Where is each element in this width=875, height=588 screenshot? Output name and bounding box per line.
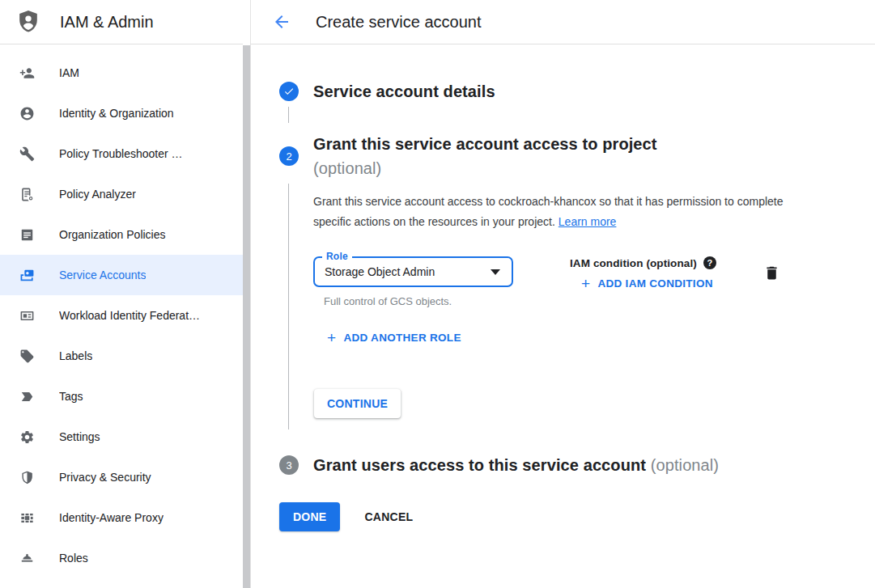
hat-icon: [19, 551, 35, 566]
step2-body-row: Grant this service account access to coc…: [279, 180, 847, 438]
service-account-icon: [19, 268, 35, 283]
sidebar-item-label: Identity-Aware Proxy: [59, 511, 164, 524]
sidebar-item-policy-troubleshooter[interactable]: Policy Troubleshooter …: [0, 133, 243, 174]
stepper-content: Service account details 2 Grant this ser…: [251, 44, 875, 588]
sidebar-item-organization-policies[interactable]: Organization Policies: [0, 214, 243, 255]
step1-title: Service account details: [313, 80, 495, 103]
step3-title: Grant users access to this service accou…: [313, 454, 719, 476]
done-button[interactable]: DONE: [279, 502, 340, 531]
tag-icon: [19, 349, 35, 364]
add-another-role-label: ADD ANOTHER ROLE: [343, 332, 461, 344]
step3-number-badge: 3: [279, 455, 299, 475]
policy-analyzer-icon: [19, 187, 35, 202]
gear-icon: [19, 429, 35, 445]
step2-indicator: 2: [279, 146, 313, 166]
sidebar-item-label: Labels: [59, 349, 92, 362]
sidebar-item-label: Privacy & Security: [59, 471, 151, 484]
role-field-wrap: Role Storage Object Admin Full control o…: [313, 256, 513, 307]
role-select[interactable]: Role Storage Object Admin: [313, 256, 513, 287]
cancel-button[interactable]: CANCEL: [364, 510, 413, 523]
trash-icon: [763, 270, 780, 284]
role-field-label: Role: [322, 251, 352, 262]
proxy-icon: [19, 510, 35, 526]
person-add-icon: [19, 66, 35, 81]
step2-number-badge: 2: [279, 146, 299, 166]
iam-condition-block: IAM condition (optional) ? + ADD IAM CON…: [570, 256, 716, 290]
iam-condition-label-row: IAM condition (optional) ?: [570, 256, 716, 269]
step-connector: [279, 103, 847, 127]
step3-title-text: Grant users access to this service accou…: [313, 456, 646, 474]
step1-complete-check-icon: [279, 82, 299, 101]
sidebar-item-identity-aware-proxy[interactable]: Identity-Aware Proxy: [0, 497, 243, 538]
sidebar: IAM & Admin IAM Identity & Organization …: [0, 0, 243, 588]
scrollbar-thumb[interactable]: [243, 45, 250, 588]
sidebar-item-roles[interactable]: Roles: [0, 538, 243, 578]
dropdown-caret-icon: [491, 269, 500, 275]
step2-description-text: Grant this service account access to coc…: [313, 195, 784, 228]
step2-body: Grant this service account access to coc…: [313, 180, 847, 438]
sidebar-nav: IAM Identity & Organization Policy Troub…: [0, 44, 243, 578]
sidebar-item-label: Tags: [59, 390, 83, 403]
sidebar-item-service-accounts[interactable]: Service Accounts: [0, 255, 243, 295]
step1-header: Service account details: [279, 80, 847, 103]
page-header: Create service account: [251, 0, 875, 44]
sidebar-item-label: Settings: [59, 430, 100, 443]
sidebar-item-label: Policy Troubleshooter …: [59, 147, 183, 160]
sidebar-item-identity-organization[interactable]: Identity & Organization: [0, 93, 243, 133]
sidebar-item-workload-identity-federation[interactable]: Workload Identity Federat…: [0, 295, 243, 336]
role-row: Role Storage Object Admin Full control o…: [313, 256, 847, 307]
step3-header: 3 Grant users access to this service acc…: [279, 454, 847, 476]
article-icon: [19, 227, 35, 243]
step2-title-text: Grant this service account access to pro…: [313, 132, 657, 156]
add-iam-condition-label: ADD IAM CONDITION: [597, 277, 712, 290]
learn-more-link[interactable]: Learn more: [559, 215, 617, 228]
step3-optional-label: (optional): [651, 456, 719, 474]
wrench-icon: [19, 146, 35, 162]
sidebar-item-policy-analyzer[interactable]: Policy Analyzer: [0, 174, 243, 214]
sidebar-header: IAM & Admin: [0, 0, 243, 44]
form-actions: DONE CANCEL: [279, 502, 847, 531]
step2-title: Grant this service account access to pro…: [313, 132, 657, 180]
sidebar-item-iam[interactable]: IAM: [0, 53, 243, 93]
step2-description: Grant this service account access to coc…: [313, 192, 800, 232]
delete-role-button[interactable]: [763, 264, 780, 285]
role-selected-value: Storage Object Admin: [325, 265, 491, 278]
back-arrow-icon[interactable]: [272, 12, 291, 32]
add-another-role-button[interactable]: + ADD ANOTHER ROLE: [327, 332, 847, 344]
sidebar-item-settings[interactable]: Settings: [0, 417, 243, 457]
sidebar-item-label: IAM: [59, 66, 79, 79]
plus-icon: +: [581, 278, 590, 290]
app-title: IAM & Admin: [60, 13, 154, 32]
sidebar-item-labels[interactable]: Labels: [0, 336, 243, 376]
step1-indicator: [279, 82, 313, 101]
label-important-icon: [19, 389, 35, 404]
step2-rail: [279, 180, 313, 438]
plus-icon: +: [327, 332, 336, 344]
sidebar-item-tags[interactable]: Tags: [0, 376, 243, 417]
sidebar-item-label: Roles: [59, 552, 88, 565]
step3-indicator: 3: [279, 455, 313, 475]
main-panel: Create service account Service account d…: [251, 0, 875, 588]
continue-button[interactable]: CONTINUE: [314, 389, 401, 418]
iam-admin-console: IAM & Admin IAM Identity & Organization …: [0, 0, 875, 588]
account-circle-icon: [19, 106, 35, 121]
sidebar-item-privacy-security[interactable]: Privacy & Security: [0, 457, 243, 497]
sidebar-item-label: Policy Analyzer: [59, 188, 136, 201]
role-helper-text: Full control of GCS objects.: [313, 295, 513, 307]
iam-shield-logo-icon: [18, 11, 39, 33]
add-iam-condition-button[interactable]: + ADD IAM CONDITION: [581, 277, 716, 290]
iam-condition-label: IAM condition (optional): [570, 257, 697, 269]
shield-half-icon: [19, 470, 35, 485]
sidebar-item-label: Organization Policies: [59, 228, 166, 241]
step2-header: 2 Grant this service account access to p…: [279, 132, 847, 180]
card-membership-icon: [19, 308, 35, 324]
step2-optional-label: (optional): [313, 156, 657, 180]
sidebar-item-label: Workload Identity Federat…: [59, 309, 200, 322]
sidebar-scrollbar: [243, 0, 251, 588]
help-icon[interactable]: ?: [703, 256, 716, 269]
sidebar-item-label: Identity & Organization: [59, 107, 174, 120]
sidebar-item-label: Service Accounts: [59, 269, 146, 281]
page-title: Create service account: [316, 13, 482, 32]
